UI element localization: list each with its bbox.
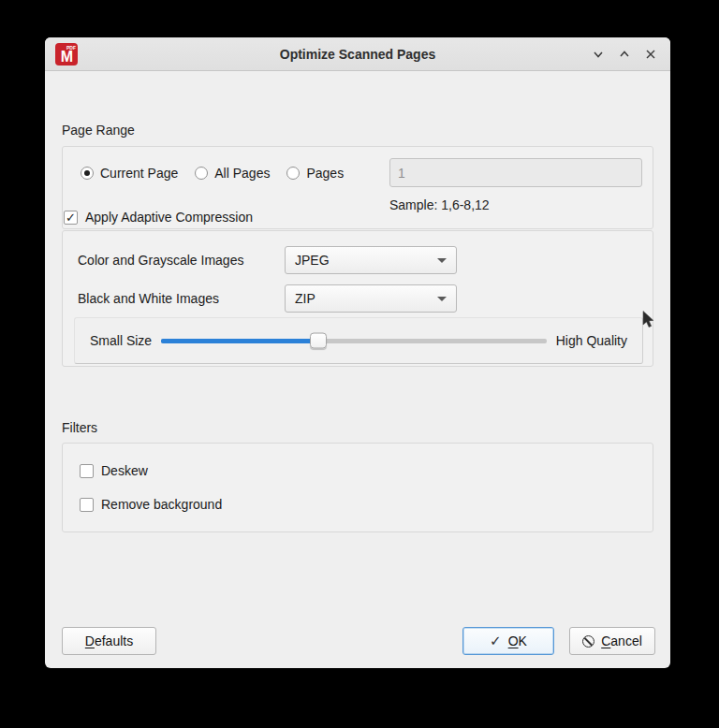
black-white-label: Black and White Images xyxy=(78,284,219,313)
dropdown-arrow-icon xyxy=(437,297,447,301)
radio-circle xyxy=(81,167,94,180)
slider-right-label: High Quality xyxy=(556,333,627,348)
app-logo-badge: PDF xyxy=(66,45,76,51)
slider-left-label: Small Size xyxy=(90,333,152,348)
slider-fill xyxy=(161,339,318,343)
ok-button[interactable]: ✓ OK xyxy=(462,627,554,655)
quality-slider-track[interactable] xyxy=(161,339,547,343)
radio-circle xyxy=(286,167,300,180)
cancel-button[interactable]: Cancel xyxy=(569,627,655,655)
deskew-label: Deskew xyxy=(101,463,148,478)
defaults-button-label: Defaults xyxy=(85,633,133,648)
radio-pages[interactable]: Pages xyxy=(286,166,344,181)
filters-section-title: Filters xyxy=(62,420,97,435)
chevron-up-icon xyxy=(618,48,631,61)
color-grayscale-dropdown[interactable]: JPEG xyxy=(285,246,457,274)
maximize-button[interactable] xyxy=(614,44,635,65)
app-logo-icon: M PDF xyxy=(55,43,78,66)
screen-background: { "window": { "title": "Optimize Scanned… xyxy=(0,0,719,728)
radio-current-page[interactable]: Current Page xyxy=(81,166,178,181)
page-range-section-title: Page Range xyxy=(62,123,135,138)
ok-button-label: OK xyxy=(508,633,527,648)
filters-groupbox: ✓ Deskew ✓ Remove background xyxy=(62,443,653,532)
app-logo-letter: M xyxy=(55,50,78,65)
slider-handle[interactable] xyxy=(310,333,327,349)
cancel-slash-icon xyxy=(582,635,594,648)
cancel-button-label: Cancel xyxy=(601,633,642,648)
dropdown-arrow-icon xyxy=(437,258,447,263)
optimize-scanned-pages-dialog: M PDF Optimize Scanned Pages xyxy=(45,37,670,668)
close-button[interactable] xyxy=(640,44,661,65)
deskew-row[interactable]: ✓ Deskew xyxy=(80,463,148,478)
dropdown-value: JPEG xyxy=(295,253,330,268)
color-grayscale-label: Color and Grayscale Images xyxy=(78,246,243,274)
quality-slider-frame: Small Size High Quality xyxy=(74,317,643,364)
radio-label: All Pages xyxy=(214,166,270,181)
remove-background-label: Remove background xyxy=(101,497,222,512)
sample-hint: Sample: 1,6-8,12 xyxy=(389,197,490,212)
apply-compression-label: Apply Adaptive Compression xyxy=(85,210,253,225)
radio-label: Current Page xyxy=(100,166,178,181)
radio-circle xyxy=(195,167,208,180)
defaults-button[interactable]: Defaults xyxy=(62,627,156,655)
remove-background-row[interactable]: ✓ Remove background xyxy=(80,497,222,512)
window-controls xyxy=(588,37,661,71)
page-range-radio-row: Current Page All Pages Pages xyxy=(81,158,344,187)
window-title: Optimize Scanned Pages xyxy=(280,47,436,62)
apply-compression-checkbox[interactable]: ✓ xyxy=(64,211,78,225)
minimize-button[interactable] xyxy=(588,44,609,65)
apply-compression-row[interactable]: ✓ Apply Adaptive Compression xyxy=(64,210,253,225)
dropdown-value: ZIP xyxy=(295,291,315,306)
close-icon xyxy=(644,48,657,61)
remove-background-checkbox[interactable]: ✓ xyxy=(80,498,94,512)
radio-all-pages[interactable]: All Pages xyxy=(195,166,270,181)
pages-range-input[interactable] xyxy=(389,158,642,187)
compression-groupbox: Color and Grayscale Images JPEG Black an… xyxy=(62,230,653,367)
titlebar: M PDF Optimize Scanned Pages xyxy=(45,37,670,71)
ok-check-icon: ✓ xyxy=(490,633,502,649)
deskew-checkbox[interactable]: ✓ xyxy=(80,464,94,478)
radio-label: Pages xyxy=(306,166,344,181)
chevron-down-icon xyxy=(592,48,605,61)
checkmark-icon: ✓ xyxy=(66,211,76,224)
black-white-dropdown[interactable]: ZIP xyxy=(285,284,457,313)
